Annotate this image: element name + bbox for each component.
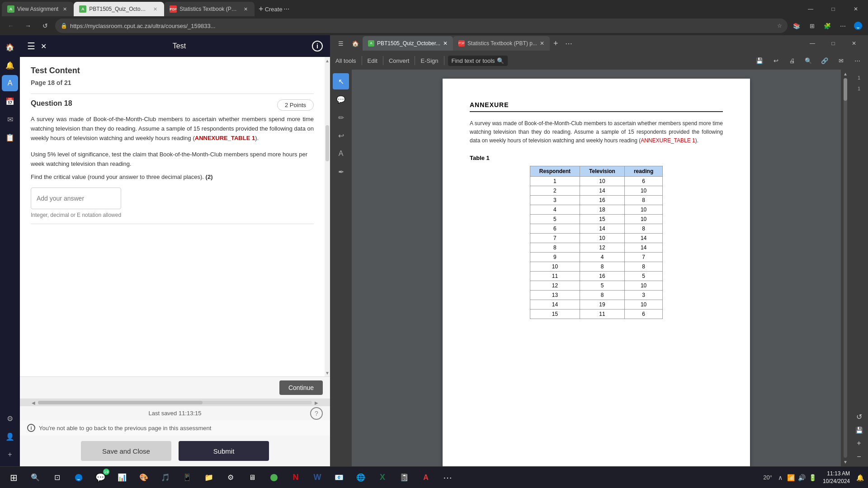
task-view-button[interactable]: ⊡ (47, 468, 67, 488)
address-bar[interactable]: 🔒 https://myclassroom.cput.ac.za/ultra/c… (55, 19, 788, 33)
pdf-signature-tool[interactable]: ✒ (333, 164, 349, 180)
volume-icon[interactable]: 🔊 (797, 473, 807, 482)
spotify-taskbar[interactable]: 🎵 (156, 468, 175, 488)
acrobat-taskbar[interactable]: A (416, 468, 436, 488)
tiktok-taskbar[interactable]: 📱 (177, 468, 197, 488)
pdf-maximize-button[interactable]: □ (823, 36, 844, 51)
esign-label[interactable]: E-Sign (419, 57, 440, 64)
maximize-button[interactable]: □ (823, 2, 844, 16)
pdf-tool1[interactable]: 💾 (752, 53, 767, 68)
horizontal-scrollbar[interactable]: ◀ ▶ (20, 399, 330, 406)
excel-taskbar[interactable]: X (373, 468, 392, 488)
help-icon[interactable]: ? (310, 407, 323, 420)
clock[interactable]: 11:13 AM 10/24/2024 (819, 470, 854, 485)
pdf-scroll-up[interactable]: ▲ (843, 71, 848, 76)
sidebar-icon-notifications[interactable]: 🔔 (2, 57, 18, 73)
find-text-area[interactable]: Find text or tools 🔍 (448, 56, 508, 66)
network-icon[interactable]: 📶 (787, 473, 796, 482)
tab-more-button[interactable]: ··· (280, 5, 293, 13)
battery-icon[interactable]: 🔋 (808, 473, 817, 482)
sidebar-icon-add[interactable]: + (2, 446, 18, 463)
answer-input[interactable] (31, 188, 121, 209)
create-button[interactable]: Create (267, 3, 280, 15)
convert-label[interactable]: Convert (387, 57, 411, 64)
split-screen-icon[interactable]: ⊞ (806, 19, 818, 32)
edge2-taskbar[interactable] (264, 468, 284, 488)
settings-taskbar[interactable]: ⚙ (221, 468, 241, 488)
pdf-tab-close-textbook[interactable]: ✕ (540, 40, 544, 47)
sidebar-icon-tools[interactable]: ⚙ (2, 410, 18, 427)
system-tray-expand[interactable]: ∧ (776, 473, 785, 482)
weather-widget[interactable]: 20° (761, 474, 774, 481)
tab-close-textbook[interactable]: ✕ (242, 5, 249, 13)
files-taskbar[interactable]: 📁 (199, 468, 219, 488)
refresh-button[interactable]: ↺ (38, 19, 52, 33)
pdf-tool6[interactable]: ✉ (834, 53, 848, 68)
onenote-taskbar[interactable]: 📓 (394, 468, 414, 488)
edge-taskbar[interactable] (69, 468, 89, 488)
save-close-button[interactable]: Save and Close (81, 441, 171, 461)
pdf-sidebar-toggle[interactable]: ☰ (334, 36, 348, 51)
minimize-button[interactable]: — (800, 2, 821, 16)
pdf-more-tabs-button[interactable]: ⋯ (561, 39, 576, 48)
pdf-tool3[interactable]: 🖨 (785, 53, 799, 68)
netflix-taskbar[interactable]: N (286, 468, 306, 488)
sidebar-icon-messages[interactable]: ✉ (2, 111, 18, 127)
pdf-new-tab-button[interactable]: + (550, 39, 562, 48)
pdf-scroll-down[interactable]: ▼ (843, 460, 848, 465)
pdf-tool5[interactable]: 🔗 (817, 53, 832, 68)
sidebar-icon-courses[interactable]: A (2, 75, 18, 91)
ps-taskbar[interactable]: 🖥 (242, 468, 262, 488)
more-tools-icon[interactable]: ⋯ (836, 19, 849, 32)
pdf-text-tool[interactable]: A (333, 145, 349, 162)
tab-close-quiz[interactable]: ✕ (151, 5, 159, 13)
pdf-tab-textbook[interactable]: PDF Statistics Textbook (PBT) p... ✕ (453, 36, 550, 51)
edit-label[interactable]: Edit (366, 57, 379, 64)
paint-taskbar[interactable]: 🎨 (134, 468, 154, 488)
pdf-tab-quiz[interactable]: A PBT1505_Quiz_October... ✕ (363, 36, 453, 51)
sidebar-icon-grades[interactable]: 📋 (2, 129, 18, 145)
search-button[interactable]: 🔍 (25, 468, 45, 488)
pdf-minimize-button[interactable]: — (802, 36, 823, 51)
scroll-up-button[interactable]: ▲ (325, 57, 330, 64)
pdf-refresh-icon[interactable]: ↺ (854, 411, 864, 423)
browser-tab-assignment[interactable]: A View Assignment ✕ (2, 2, 74, 16)
chrome-taskbar[interactable]: 🌐 (351, 468, 371, 488)
browser-tab-textbook[interactable]: PDF Statistics Textbook (PBT) p... ✕ (164, 2, 255, 16)
all-tools-label[interactable]: All tools (334, 57, 358, 64)
pdf-scrollbar[interactable]: ▲ ▼ (841, 70, 850, 466)
vertical-scrollbar[interactable]: ▲ ▼ (325, 57, 330, 376)
pdf-comment-tool[interactable]: 💬 (333, 91, 349, 108)
pdf-tab-close-quiz[interactable]: ✕ (443, 40, 448, 47)
extensions-icon[interactable]: 🧩 (821, 19, 834, 32)
tab-close-assignment[interactable]: ✕ (61, 5, 68, 13)
pdf-draw-tool[interactable]: ✏ (333, 109, 349, 126)
pdf-close-button[interactable]: ✕ (844, 36, 864, 51)
back-button[interactable]: ← (4, 19, 18, 33)
test-info-button[interactable]: i (312, 41, 323, 52)
submit-button[interactable]: Submit (179, 441, 269, 461)
sidebar-icon-calendar[interactable]: 📅 (2, 93, 18, 109)
test-close-icon[interactable]: ✕ (41, 42, 47, 51)
scroll-right-button[interactable]: ▶ (312, 398, 321, 407)
browser-tab-quiz[interactable]: A PBT1505_Quiz_October... ✕ (74, 2, 164, 16)
pdf-save-icon[interactable]: 💾 (854, 425, 865, 436)
word-taskbar[interactable]: W (307, 468, 327, 488)
sidebar-icon-profile[interactable]: 👤 (2, 428, 18, 445)
pdf-zoom-out-icon[interactable]: − (855, 451, 863, 463)
notification-bell[interactable]: 🔔 (855, 473, 864, 482)
sidebar-icon-home[interactable]: 🏠 (2, 39, 18, 55)
pdf-home-icon[interactable]: 🏠 (348, 36, 363, 51)
pdf-undo-tool[interactable]: ↩ (333, 127, 349, 144)
more-taskbar[interactable]: ⋯ (438, 468, 458, 488)
close-window-button[interactable]: ✕ (845, 2, 866, 16)
test-menu-icon[interactable]: ☰ (27, 41, 35, 52)
pdf-zoom-in-icon[interactable]: + (855, 437, 863, 449)
pdf-tool4[interactable]: 🔍 (801, 53, 816, 68)
pdf-cursor-tool[interactable]: ↖ (333, 73, 349, 89)
collections-icon[interactable]: 📚 (790, 19, 803, 32)
start-button[interactable]: ⊞ (4, 468, 24, 488)
pdf-more-icon[interactable]: ⋯ (850, 53, 864, 68)
scroll-down-button[interactable]: ▼ (325, 369, 330, 376)
scroll-left-button[interactable]: ◀ (29, 398, 38, 407)
